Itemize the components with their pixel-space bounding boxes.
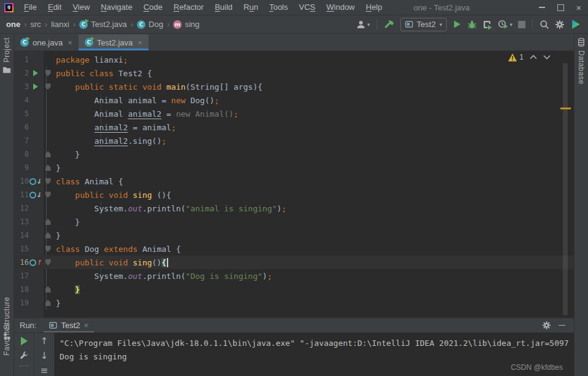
hide-panel-button[interactable] (559, 325, 565, 326)
tool-button-favorites[interactable]: Favorites (2, 343, 11, 376)
run-tab[interactable]: Test2 × (44, 318, 94, 332)
code-line-4[interactable]: 4 Animal animal = new Dog(); (14, 93, 574, 107)
soft-wrap-lines-icon[interactable]: ≡ (41, 366, 48, 375)
close-icon[interactable]: × (137, 38, 142, 47)
fold-close-marker[interactable] (41, 151, 55, 157)
fold-close-marker[interactable] (41, 300, 55, 306)
line-number[interactable]: 4 (14, 96, 30, 104)
next-warning-chevron-down-icon[interactable] (543, 55, 551, 60)
tab-one-java[interactable]: Cone.java× (14, 34, 79, 50)
profile-user-button[interactable]: ▾ (356, 20, 370, 29)
breadcrumb-item-dog[interactable]: CDog (137, 20, 163, 29)
line-number[interactable]: 13 (14, 217, 30, 226)
menu-item-refactor[interactable]: Refactor (168, 0, 209, 15)
tool-button-project[interactable]: Project (2, 37, 11, 74)
prev-warning-chevron-up-icon[interactable] (530, 55, 537, 60)
menu-item-run[interactable]: Run (238, 0, 264, 15)
search-everywhere-button[interactable] (540, 20, 549, 29)
tool-button-database[interactable]: Database (577, 37, 586, 84)
fold-close-marker[interactable] (41, 232, 55, 238)
build-button[interactable] (384, 19, 395, 29)
menu-item-help[interactable]: Help (360, 0, 388, 15)
menu-item-window[interactable]: Window (321, 0, 360, 15)
code-line-3[interactable]: 3 public static void main(String[] args)… (14, 80, 574, 93)
warning-stripe-mark[interactable] (560, 108, 571, 109)
line-number[interactable]: 2 (14, 69, 30, 77)
close-icon[interactable]: × (84, 321, 89, 330)
close-button[interactable]: × (570, 0, 588, 15)
breadcrumb-item-sing[interactable]: msing (173, 20, 199, 29)
line-number[interactable]: 3 (14, 82, 30, 91)
line-number[interactable]: 11 (14, 190, 30, 199)
code-line-7[interactable]: 7 animal2.sing(); (14, 134, 574, 147)
code-line-11[interactable]: 11↓ public void sing (){ (14, 188, 574, 202)
fold-close-marker[interactable] (41, 286, 55, 292)
line-number[interactable]: 9 (14, 163, 30, 172)
wrench-icon[interactable] (20, 351, 29, 360)
fold-close-marker[interactable] (41, 219, 55, 225)
overridden-method-icon[interactable]: ↓ (30, 178, 41, 186)
fold-open-marker[interactable] (41, 259, 55, 265)
line-number[interactable]: 6 (14, 123, 30, 131)
tab-test2-java[interactable]: CTest2.java× (79, 34, 149, 50)
run-line-icon[interactable] (30, 70, 41, 76)
menu-item-code[interactable]: Code (138, 0, 168, 15)
line-number[interactable]: 19 (14, 299, 30, 307)
rerun-button[interactable] (21, 337, 28, 345)
menu-item-vcs[interactable]: VCS (293, 0, 321, 15)
run-with-coverage-button[interactable] (482, 20, 492, 29)
menu-item-edit[interactable]: Edit (42, 0, 67, 15)
line-number[interactable]: 12 (14, 204, 30, 213)
editor-scrollbar[interactable] (563, 63, 568, 315)
line-number[interactable]: 17 (14, 272, 30, 280)
breadcrumb-item-lianxi[interactable]: lianxi (51, 20, 69, 29)
code-line-8[interactable]: 8 } (14, 147, 574, 161)
run-line-icon[interactable] (30, 84, 41, 90)
breadcrumb-item-test2-java[interactable]: CTest2.java (79, 20, 127, 29)
warnings-indicator[interactable]: 1 (508, 53, 524, 61)
line-number[interactable]: 8 (14, 150, 30, 159)
code-line-13[interactable]: 13 } (14, 215, 574, 229)
console-output[interactable]: "C:\Program Files\Java\jdk-18.0.1.1\bin\… (55, 333, 574, 376)
fold-open-marker[interactable] (41, 178, 55, 184)
code-line-17[interactable]: 17 System.out.println("Dog is singing"); (14, 269, 574, 283)
down-the-stack-trace-arrow-down-icon[interactable]: ↓ (41, 351, 48, 361)
maximize-button[interactable] (551, 0, 570, 15)
code-line-19[interactable]: 19} (14, 296, 574, 310)
line-number[interactable]: 10 (14, 177, 30, 186)
fold-open-marker[interactable] (41, 84, 55, 90)
close-icon[interactable]: × (68, 38, 72, 47)
line-number[interactable]: 7 (14, 136, 30, 145)
settings-button[interactable] (555, 20, 565, 29)
fold-open-marker[interactable] (41, 192, 55, 198)
code-line-10[interactable]: 10↓class Animal { (14, 174, 574, 188)
gear-icon[interactable] (542, 321, 551, 330)
code-line-12[interactable]: 12 System.out.println("animal is singing… (14, 202, 574, 215)
code-line-15[interactable]: 15class Dog extends Animal { (14, 242, 574, 256)
breadcrumb-item-one[interactable]: one (6, 20, 20, 29)
menu-item-view[interactable]: View (67, 0, 95, 15)
menu-item-navigate[interactable]: Navigate (95, 0, 137, 15)
overridden-method-icon[interactable]: ↓ (30, 191, 41, 199)
menu-item-tools[interactable]: Tools (264, 0, 293, 15)
code-line-18[interactable]: 18 } (14, 283, 574, 296)
code-line-14[interactable]: 14} (14, 229, 574, 242)
code-line-16[interactable]: 16↑ public void sing(){ (14, 256, 574, 269)
menu-item-file[interactable]: File (18, 0, 42, 15)
code-line-5[interactable]: 5 Animal animal2 = new Animal(); (14, 107, 574, 120)
overriding-method-icon[interactable]: ↑ (30, 259, 41, 267)
debug-button[interactable] (467, 20, 477, 29)
run-button[interactable] (452, 20, 462, 29)
line-number[interactable]: 15 (14, 245, 30, 253)
up-the-stack-trace-arrow-up-icon[interactable]: ↑ (41, 337, 48, 346)
fold-open-marker[interactable] (41, 70, 55, 76)
line-number[interactable]: 5 (14, 109, 30, 118)
line-number[interactable]: 18 (14, 285, 30, 294)
fold-close-marker[interactable] (41, 165, 55, 171)
code-editor[interactable]: 1package lianxi;2public class Test2 {3 p… (14, 51, 574, 318)
code-line-1[interactable]: 1package lianxi; (14, 53, 574, 66)
minimize-button[interactable] (533, 0, 551, 15)
breadcrumb-item-src[interactable]: src (30, 20, 41, 29)
code-line-9[interactable]: 9} (14, 161, 574, 174)
line-number[interactable]: 14 (14, 231, 30, 240)
